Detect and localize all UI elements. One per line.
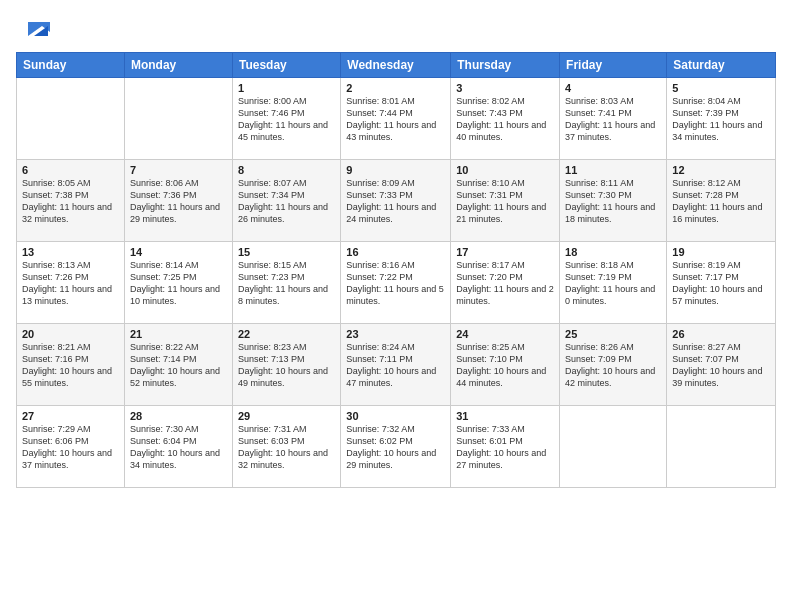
day-info: Sunrise: 8:05 AM Sunset: 7:38 PM Dayligh…: [22, 177, 119, 226]
calendar-day-18: 18Sunrise: 8:18 AM Sunset: 7:19 PM Dayli…: [560, 242, 667, 324]
calendar-day-21: 21Sunrise: 8:22 AM Sunset: 7:14 PM Dayli…: [124, 324, 232, 406]
calendar-day-26: 26Sunrise: 8:27 AM Sunset: 7:07 PM Dayli…: [667, 324, 776, 406]
day-number: 12: [672, 164, 770, 176]
day-info: Sunrise: 7:33 AM Sunset: 6:01 PM Dayligh…: [456, 423, 554, 472]
calendar-empty: [124, 78, 232, 160]
calendar-header-wednesday: Wednesday: [341, 53, 451, 78]
day-number: 21: [130, 328, 227, 340]
day-number: 8: [238, 164, 335, 176]
day-number: 29: [238, 410, 335, 422]
calendar-day-6: 6Sunrise: 8:05 AM Sunset: 7:38 PM Daylig…: [17, 160, 125, 242]
logo: [16, 12, 50, 42]
calendar-header-friday: Friday: [560, 53, 667, 78]
calendar-day-4: 4Sunrise: 8:03 AM Sunset: 7:41 PM Daylig…: [560, 78, 667, 160]
day-number: 15: [238, 246, 335, 258]
day-number: 10: [456, 164, 554, 176]
day-info: Sunrise: 8:17 AM Sunset: 7:20 PM Dayligh…: [456, 259, 554, 308]
day-number: 18: [565, 246, 661, 258]
day-number: 13: [22, 246, 119, 258]
calendar-day-19: 19Sunrise: 8:19 AM Sunset: 7:17 PM Dayli…: [667, 242, 776, 324]
calendar-day-23: 23Sunrise: 8:24 AM Sunset: 7:11 PM Dayli…: [341, 324, 451, 406]
day-number: 6: [22, 164, 119, 176]
day-info: Sunrise: 7:31 AM Sunset: 6:03 PM Dayligh…: [238, 423, 335, 472]
day-info: Sunrise: 8:22 AM Sunset: 7:14 PM Dayligh…: [130, 341, 227, 390]
logo-icon: [20, 12, 50, 42]
day-info: Sunrise: 7:32 AM Sunset: 6:02 PM Dayligh…: [346, 423, 445, 472]
calendar-day-2: 2Sunrise: 8:01 AM Sunset: 7:44 PM Daylig…: [341, 78, 451, 160]
calendar-header-thursday: Thursday: [451, 53, 560, 78]
day-info: Sunrise: 8:01 AM Sunset: 7:44 PM Dayligh…: [346, 95, 445, 144]
calendar-day-10: 10Sunrise: 8:10 AM Sunset: 7:31 PM Dayli…: [451, 160, 560, 242]
day-number: 31: [456, 410, 554, 422]
calendar-empty: [560, 406, 667, 488]
day-info: Sunrise: 8:07 AM Sunset: 7:34 PM Dayligh…: [238, 177, 335, 226]
day-info: Sunrise: 8:04 AM Sunset: 7:39 PM Dayligh…: [672, 95, 770, 144]
calendar-day-11: 11Sunrise: 8:11 AM Sunset: 7:30 PM Dayli…: [560, 160, 667, 242]
day-number: 22: [238, 328, 335, 340]
day-info: Sunrise: 7:29 AM Sunset: 6:06 PM Dayligh…: [22, 423, 119, 472]
day-number: 23: [346, 328, 445, 340]
calendar-day-8: 8Sunrise: 8:07 AM Sunset: 7:34 PM Daylig…: [232, 160, 340, 242]
calendar-header-row: SundayMondayTuesdayWednesdayThursdayFrid…: [17, 53, 776, 78]
day-info: Sunrise: 8:06 AM Sunset: 7:36 PM Dayligh…: [130, 177, 227, 226]
day-number: 3: [456, 82, 554, 94]
day-info: Sunrise: 8:18 AM Sunset: 7:19 PM Dayligh…: [565, 259, 661, 308]
day-info: Sunrise: 8:09 AM Sunset: 7:33 PM Dayligh…: [346, 177, 445, 226]
day-info: Sunrise: 7:30 AM Sunset: 6:04 PM Dayligh…: [130, 423, 227, 472]
day-number: 19: [672, 246, 770, 258]
calendar-day-24: 24Sunrise: 8:25 AM Sunset: 7:10 PM Dayli…: [451, 324, 560, 406]
day-info: Sunrise: 8:23 AM Sunset: 7:13 PM Dayligh…: [238, 341, 335, 390]
calendar-day-17: 17Sunrise: 8:17 AM Sunset: 7:20 PM Dayli…: [451, 242, 560, 324]
day-number: 16: [346, 246, 445, 258]
day-number: 5: [672, 82, 770, 94]
calendar-day-14: 14Sunrise: 8:14 AM Sunset: 7:25 PM Dayli…: [124, 242, 232, 324]
day-info: Sunrise: 8:16 AM Sunset: 7:22 PM Dayligh…: [346, 259, 445, 308]
day-number: 24: [456, 328, 554, 340]
day-number: 30: [346, 410, 445, 422]
calendar-day-28: 28Sunrise: 7:30 AM Sunset: 6:04 PM Dayli…: [124, 406, 232, 488]
calendar-day-31: 31Sunrise: 7:33 AM Sunset: 6:01 PM Dayli…: [451, 406, 560, 488]
day-number: 20: [22, 328, 119, 340]
calendar-day-27: 27Sunrise: 7:29 AM Sunset: 6:06 PM Dayli…: [17, 406, 125, 488]
calendar-table: SundayMondayTuesdayWednesdayThursdayFrid…: [16, 52, 776, 488]
calendar-week-row: 13Sunrise: 8:13 AM Sunset: 7:26 PM Dayli…: [17, 242, 776, 324]
day-info: Sunrise: 8:15 AM Sunset: 7:23 PM Dayligh…: [238, 259, 335, 308]
calendar-empty: [17, 78, 125, 160]
day-info: Sunrise: 8:21 AM Sunset: 7:16 PM Dayligh…: [22, 341, 119, 390]
day-info: Sunrise: 8:24 AM Sunset: 7:11 PM Dayligh…: [346, 341, 445, 390]
calendar-header-monday: Monday: [124, 53, 232, 78]
day-info: Sunrise: 8:12 AM Sunset: 7:28 PM Dayligh…: [672, 177, 770, 226]
calendar-week-row: 27Sunrise: 7:29 AM Sunset: 6:06 PM Dayli…: [17, 406, 776, 488]
day-number: 7: [130, 164, 227, 176]
calendar-header-sunday: Sunday: [17, 53, 125, 78]
day-info: Sunrise: 8:27 AM Sunset: 7:07 PM Dayligh…: [672, 341, 770, 390]
calendar-day-7: 7Sunrise: 8:06 AM Sunset: 7:36 PM Daylig…: [124, 160, 232, 242]
calendar-day-5: 5Sunrise: 8:04 AM Sunset: 7:39 PM Daylig…: [667, 78, 776, 160]
calendar-day-30: 30Sunrise: 7:32 AM Sunset: 6:02 PM Dayli…: [341, 406, 451, 488]
calendar-day-16: 16Sunrise: 8:16 AM Sunset: 7:22 PM Dayli…: [341, 242, 451, 324]
calendar-empty: [667, 406, 776, 488]
day-number: 28: [130, 410, 227, 422]
calendar-week-row: 6Sunrise: 8:05 AM Sunset: 7:38 PM Daylig…: [17, 160, 776, 242]
day-number: 2: [346, 82, 445, 94]
calendar-day-20: 20Sunrise: 8:21 AM Sunset: 7:16 PM Dayli…: [17, 324, 125, 406]
calendar-header-saturday: Saturday: [667, 53, 776, 78]
calendar-day-13: 13Sunrise: 8:13 AM Sunset: 7:26 PM Dayli…: [17, 242, 125, 324]
day-info: Sunrise: 8:00 AM Sunset: 7:46 PM Dayligh…: [238, 95, 335, 144]
day-number: 4: [565, 82, 661, 94]
calendar-header-tuesday: Tuesday: [232, 53, 340, 78]
day-info: Sunrise: 8:14 AM Sunset: 7:25 PM Dayligh…: [130, 259, 227, 308]
day-info: Sunrise: 8:10 AM Sunset: 7:31 PM Dayligh…: [456, 177, 554, 226]
calendar-week-row: 20Sunrise: 8:21 AM Sunset: 7:16 PM Dayli…: [17, 324, 776, 406]
day-info: Sunrise: 8:03 AM Sunset: 7:41 PM Dayligh…: [565, 95, 661, 144]
calendar-day-9: 9Sunrise: 8:09 AM Sunset: 7:33 PM Daylig…: [341, 160, 451, 242]
calendar-day-15: 15Sunrise: 8:15 AM Sunset: 7:23 PM Dayli…: [232, 242, 340, 324]
day-number: 25: [565, 328, 661, 340]
day-info: Sunrise: 8:13 AM Sunset: 7:26 PM Dayligh…: [22, 259, 119, 308]
day-number: 9: [346, 164, 445, 176]
calendar-day-29: 29Sunrise: 7:31 AM Sunset: 6:03 PM Dayli…: [232, 406, 340, 488]
day-number: 1: [238, 82, 335, 94]
day-number: 27: [22, 410, 119, 422]
calendar-day-3: 3Sunrise: 8:02 AM Sunset: 7:43 PM Daylig…: [451, 78, 560, 160]
day-number: 11: [565, 164, 661, 176]
